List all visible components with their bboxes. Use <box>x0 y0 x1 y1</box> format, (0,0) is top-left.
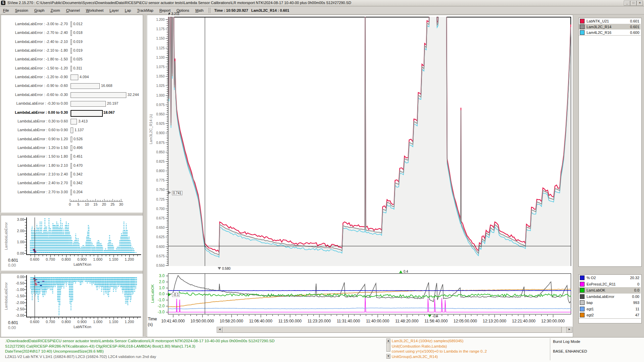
menu-item-zoom[interactable]: Zoom <box>47 7 63 13</box>
title-bar[interactable]: S SView 2.15.270 : C:\Users\Public\Docum… <box>0 0 644 6</box>
scatter-x-tick-label: 0.800 <box>59 257 74 261</box>
scatter-x-tick <box>90 255 90 256</box>
histogram-row[interactable]: LambdaLabError : 0.30 to 0.603.413 <box>1 118 144 125</box>
histogram-row[interactable]: LambdaLabError : 0.00 to 0.3018.067 <box>1 109 144 116</box>
histogram-row[interactable]: LambdaLabError : 2.70 to 3.000.204 <box>1 189 144 196</box>
menu-item-trackmap[interactable]: TrackMap <box>134 7 157 13</box>
scatter-y-tick-label: -2.50 <box>11 307 24 311</box>
menu-item-file[interactable]: File <box>0 7 12 13</box>
legend-row-egt2[interactable]: egt247 <box>579 312 641 319</box>
histogram-row[interactable]: LambdaLabError : -0.90 to -0.6016.668 <box>1 83 144 90</box>
close-button[interactable]: ✕ <box>637 1 643 6</box>
legend-row--o2[interactable]: % O220.32 <box>579 275 641 281</box>
scatter-y-axis-label: LambdaLabError <box>4 282 8 310</box>
legend-row-egt1[interactable]: egt111 <box>579 306 641 313</box>
legend-channel-name: bap <box>587 301 633 305</box>
legend-channel-value: 47 <box>635 313 641 317</box>
legend-row-lam3l2c-r14[interactable]: Lam3L2C_R140.601 <box>579 24 641 30</box>
menu-item-math[interactable]: Math <box>192 7 206 13</box>
histogram-row-label: LambdaLabError : 0.90 to 1.20 <box>3 137 68 141</box>
legend-row-lam4l2c-r16[interactable]: Lam4L2C_R160.600 <box>579 30 641 36</box>
maximize-button[interactable]: □ <box>630 1 637 6</box>
legend-row-lambdalaberror[interactable]: LambdaLabError0.00 <box>579 294 641 300</box>
scroll-right-icon[interactable]: ► <box>566 327 572 333</box>
main-y-tick <box>166 199 168 200</box>
histogram-row[interactable]: LambdaLabError : 0.90 to 1.200.526 <box>1 136 144 143</box>
time-tick <box>535 315 536 316</box>
menu-item-session[interactable]: Session <box>12 7 31 13</box>
menu-item-channel[interactable]: Channel <box>63 7 83 13</box>
histogram-row[interactable]: LambdaLabError : -2.70 to -2.400.018 <box>1 30 144 37</box>
main-y-tick-label: 1.125 <box>153 46 165 50</box>
histogram-row[interactable]: LambdaLabError : 1.50 to 1.800.451 <box>1 153 144 160</box>
main-y-tick <box>166 114 168 114</box>
histogram-bar <box>71 92 126 98</box>
histogram-row[interactable]: LambdaLabError : 2.10 to 2.400.342 <box>1 171 144 178</box>
scatter-points-canvas[interactable] <box>26 275 141 317</box>
scatter-points-canvas[interactable] <box>26 217 141 254</box>
main-y-tick-label: 0.625 <box>153 235 165 239</box>
histogram-row[interactable]: LambdaLabError : -3.00 to -2.700.012 <box>1 21 144 28</box>
legend-row-lamlabok[interactable]: LamLabOK0.0 <box>579 287 641 294</box>
scroll-down-icon[interactable]: ▼ <box>386 354 390 359</box>
legend-row-labntk-u21[interactable]: LabNTK_U210.601 <box>579 18 641 24</box>
histogram-row[interactable]: LambdaLabError : -2.10 to -1.800.019 <box>1 47 144 54</box>
legend-channel-value: 11 <box>636 307 641 311</box>
histogram-row[interactable]: LambdaLabError : -1.50 to -1.200.311 <box>1 65 144 72</box>
histogram-axis-tick-label: 25 <box>109 202 116 206</box>
histogram-row[interactable]: LambdaLabError : -0.30 to 0.0020.197 <box>1 100 144 107</box>
legend-row-bap[interactable]: bap993 <box>579 300 641 306</box>
panel-splitter-2[interactable] <box>1 270 145 273</box>
histogram-row[interactable]: LambdaLabError : 2.40 to 2.700.342 <box>1 180 144 187</box>
status-mini-scrollbar[interactable]: ▲ ▼ <box>386 339 390 358</box>
scroll-up-icon[interactable]: ▲ <box>386 339 390 343</box>
time-tick <box>197 315 197 316</box>
vertical-splitter-left[interactable] <box>143 15 147 337</box>
main-y-tick-label: 0.700 <box>153 207 165 211</box>
panel-splitter-1[interactable] <box>1 212 145 215</box>
scatter-x-tick-label: 1.100 <box>106 257 121 261</box>
menu-item-graph[interactable]: Graph <box>31 7 48 13</box>
time-tick <box>483 315 483 316</box>
histogram-row-label: LambdaLabError : -0.90 to -0.60 <box>3 84 68 88</box>
scatter-x-tick <box>66 317 67 320</box>
time-tick <box>290 315 290 317</box>
histogram-row[interactable]: LambdaLabError : 1.80 to 2.100.470 <box>1 162 144 169</box>
scatter-x-tick <box>74 255 75 256</box>
histogram-row[interactable]: LambdaLabError : 1.20 to 1.500.496 <box>1 145 144 152</box>
histogram-bar <box>71 66 72 71</box>
scatter-x-tick <box>70 317 71 319</box>
menu-item-worksheet[interactable]: Worksheet <box>83 7 106 13</box>
time-tick <box>325 315 325 316</box>
menu-item-report[interactable]: Report <box>156 7 173 13</box>
histogram-row-value: 0.451 <box>73 154 83 158</box>
legend-row-expressl2c-r11[interactable]: ExPressL2C_R110 <box>579 281 641 288</box>
menu-item-layer[interactable]: Layer <box>106 7 122 13</box>
main-chart-canvas[interactable] <box>168 17 571 266</box>
time-tick <box>518 315 518 316</box>
histogram-row[interactable]: LambdaLabError : -0.60 to -0.3032.244 <box>1 92 144 99</box>
scatter-x-tick <box>58 317 59 319</box>
histogram-row[interactable]: LambdaLabError : -1.80 to -1.500.025 <box>1 56 144 63</box>
histogram-row-value: 3.413 <box>78 119 88 123</box>
bottom-chart-canvas[interactable] <box>168 273 571 314</box>
histogram-row[interactable]: LambdaLabError : 0.60 to 0.901.137 <box>1 127 144 134</box>
histogram-row[interactable]: LambdaLabError : -1.20 to -0.904.094 <box>1 74 144 81</box>
histogram-axis-tick <box>118 200 118 201</box>
channel-info-line: Unit(Combustion Ratio,Lambda) <box>392 344 447 348</box>
time-tick <box>266 315 267 316</box>
main-y-tick <box>166 161 168 162</box>
histogram-row-value: 32.244 <box>128 93 139 97</box>
time-tick <box>547 315 548 316</box>
scroll-thumb[interactable] <box>386 343 390 352</box>
scatter-cursor-y-value: 0.00 <box>8 325 16 330</box>
bottom-y-tick-label: -2.0 <box>155 304 165 308</box>
scrollbar-thumb[interactable] <box>222 327 562 333</box>
time-tick <box>343 315 343 316</box>
scatter-x-tick <box>82 255 82 257</box>
scroll-left-icon[interactable]: ◄ <box>217 327 223 333</box>
main-y-tick <box>166 265 168 266</box>
minimize-button[interactable]: _ <box>624 1 630 6</box>
menu-item-lap[interactable]: Lap <box>122 7 134 13</box>
histogram-row[interactable]: LambdaLabError : -2.40 to -2.100.019 <box>1 39 144 46</box>
